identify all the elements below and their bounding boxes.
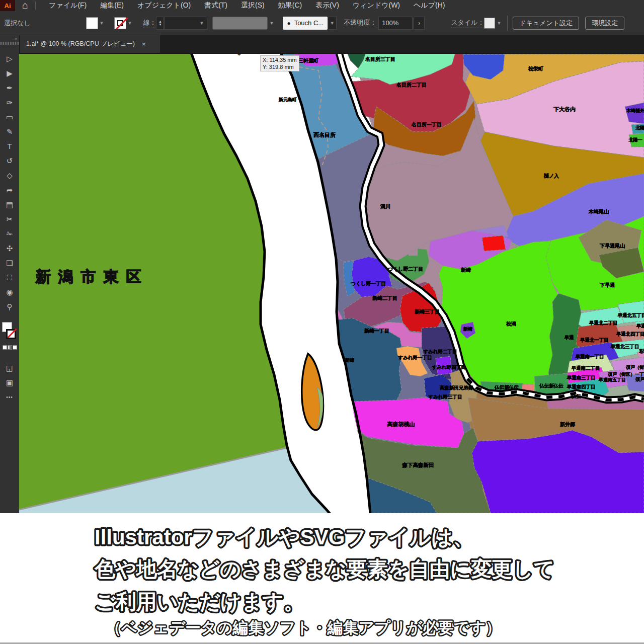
selection-tool-icon[interactable]: ▷ — [0, 51, 19, 66]
type-tool-icon[interactable]: T — [0, 139, 19, 153]
map-label: 仏伝新仏伝 — [539, 383, 564, 388]
curvature-tool-icon[interactable]: ✑ — [0, 95, 19, 110]
fill-swatch[interactable] — [86, 17, 98, 29]
draw-mode-icon[interactable]: ◱ — [0, 361, 19, 375]
map-label: 新崎 — [460, 267, 471, 273]
map-label: 彩 — [638, 348, 644, 354]
graph-tool-icon[interactable]: ◉ — [0, 285, 19, 299]
tab-close-icon[interactable]: × — [142, 40, 146, 48]
cursor-position-tooltip: X: 114.35 mm Y: 319.8 mm — [260, 55, 299, 71]
style-label: スタイル： — [451, 18, 484, 28]
map-label: 早通南二丁目 — [572, 365, 600, 371]
illustrator-logo[interactable]: Ai — [0, 0, 15, 11]
document-tab[interactable]: 1.ai* @ 100 % (RGB/CPU プレビュー) × — [20, 35, 160, 53]
ward-label: 新潟市東区 — [35, 268, 149, 285]
gradient-tool-icon[interactable]: ▤ — [0, 197, 19, 212]
chevron-down-icon[interactable]: ▼ — [100, 21, 104, 26]
zoom-tool-icon[interactable]: ⚲ — [0, 299, 19, 314]
none-button[interactable] — [13, 345, 17, 350]
artboard-tool-icon[interactable]: ⛶ — [0, 270, 19, 285]
brush-definition-value: Touch C... — [294, 19, 324, 27]
width-tool-icon[interactable]: ✂ — [0, 212, 19, 226]
map-label: 早通南四丁目 — [567, 384, 596, 389]
eraser-tool-icon[interactable]: ◇ — [0, 168, 19, 183]
map-label: 須戸（街 — [625, 365, 644, 370]
map-canvas[interactable]: 新潟市東区+三軒屋町名目所三丁目松栄町名目所二丁目新元島町下大谷内木崎樋外名目所… — [19, 53, 644, 513]
rotate-tool-icon[interactable]: ↺ — [0, 153, 19, 168]
preferences-button[interactable]: 環境設定 — [585, 17, 624, 30]
brush-dot-icon: ● — [287, 20, 290, 27]
menu-item[interactable]: 書式(T) — [204, 1, 227, 10]
map-label: 早通北二丁目 — [589, 320, 618, 326]
menu-item[interactable]: 選択(S) — [241, 1, 265, 10]
document-tab-bar: 1.ai* @ 100 % (RGB/CPU プレビュー) × — [0, 35, 644, 53]
eyedropper-tool-icon[interactable]: ✁ — [0, 226, 19, 241]
stroke-label: 線： — [143, 18, 156, 28]
menu-item[interactable]: 表示(V) — [315, 1, 339, 10]
menu-item[interactable]: ファイル(F) — [49, 1, 87, 10]
opacity-input[interactable]: 100% — [378, 17, 413, 30]
menu-item[interactable]: 編集(E) — [100, 1, 124, 10]
more-tools-icon[interactable]: ••• — [0, 390, 19, 405]
separator — [507, 16, 508, 31]
document-setup-button[interactable]: ドキュメント設定 — [513, 17, 579, 30]
chevron-down-icon[interactable]: ▼ — [497, 21, 501, 26]
paintbrush-tool-icon[interactable]: ✎ — [0, 124, 19, 139]
map-label: つくし野一丁目 — [350, 281, 386, 287]
menu-bar: Ai ⌂ ファイル(F)編集(E)オブジェクト(O)書式(T)選択(S)効果(C… — [0, 0, 644, 11]
toolbar-color-swatches — [0, 321, 19, 344]
opacity-menu-arrow[interactable]: › — [414, 17, 425, 30]
map-region[interactable] — [482, 235, 506, 251]
chevron-down-icon[interactable]: ▼ — [269, 21, 274, 26]
banner-line: ご利用いただけます。 — [95, 590, 304, 613]
panel-grip[interactable]: ▮▮▮▮▮▮▮▮ — [0, 41, 19, 45]
tools-list: ▷▶✒✑▭✎T↺◇➦▤✂✁✣❏⛶◉⚲ — [0, 45, 19, 314]
stroke-swatch[interactable] — [114, 17, 126, 29]
map-label: 仏伝 — [571, 393, 582, 399]
map-label: 木崎尾山 — [588, 209, 609, 214]
symbol-tool-icon[interactable]: ➦ — [0, 183, 19, 197]
style-swatch[interactable] — [484, 18, 495, 29]
chevron-down-icon[interactable]: ▼ — [128, 21, 132, 26]
pen-tool-icon[interactable]: ✒ — [0, 80, 19, 95]
map-label: 北陽 — [635, 125, 644, 130]
opacity-label: 不透明度： — [344, 18, 376, 28]
stroke-none-inner — [117, 20, 123, 26]
map-label: 三軒屋町 — [298, 58, 318, 63]
map-label: すみれ野一丁目 — [397, 355, 432, 360]
rectangle-tool-icon[interactable]: ▭ — [0, 110, 19, 124]
brush-preview[interactable] — [212, 17, 268, 30]
stroke-width-select[interactable]: ▼ — [164, 17, 207, 30]
map-label: 仏伝新仏伝 — [494, 384, 519, 390]
home-icon[interactable]: ⌂ — [22, 0, 28, 11]
menu-item[interactable]: オブジェクト(O) — [137, 1, 191, 10]
banner-line: 色や地名などのさまざまな要素を自由に変更して — [94, 557, 555, 581]
menu-item[interactable]: 効果(C) — [278, 1, 302, 10]
direct-selection-tool-icon[interactable]: ▶ — [0, 66, 19, 80]
map-label: 下早通 — [599, 282, 615, 288]
map-label: 須戸 — [635, 377, 644, 382]
banner-line: IllustratorファイルやSVGファイルは、 — [95, 525, 474, 549]
map-label: 高森新田兄弟郷 — [440, 385, 473, 390]
map-label: つくし野二丁目 — [387, 266, 424, 272]
banner-line: （ベジェデータの編集ソフト・編集アプリが必要です） — [106, 619, 501, 636]
draw-mode2-icon[interactable]: ▣ — [0, 375, 19, 390]
gradient-button[interactable] — [8, 345, 12, 350]
menu-item[interactable]: ヘルプ(H) — [414, 1, 445, 10]
chevron-down-icon[interactable]: ▼ — [328, 17, 337, 30]
shape-builder-tool-icon[interactable]: ❏ — [0, 256, 19, 270]
separator — [35, 2, 36, 10]
map-label: 森下高森新田 — [402, 462, 434, 468]
map-label: 下早通尾山 — [599, 243, 625, 249]
map-label: 早通南五丁目 — [598, 377, 626, 382]
map-label: 早通南一丁目 — [576, 354, 604, 359]
color-button[interactable] — [3, 345, 7, 350]
brush-definition-select[interactable]: ● Touch C... — [283, 17, 328, 30]
menu-item[interactable]: ウィンドウ(W) — [353, 1, 400, 10]
collapse-icon[interactable]: » — [0, 35, 19, 41]
stroke-width-stepper[interactable]: ▲▼ — [156, 17, 164, 30]
stroke-color-swatch[interactable] — [6, 329, 16, 339]
blend-tool-icon[interactable]: ✣ — [0, 241, 19, 256]
map-label: 早通北一丁目 — [580, 337, 609, 343]
map-label: 西名目所 — [313, 132, 336, 138]
